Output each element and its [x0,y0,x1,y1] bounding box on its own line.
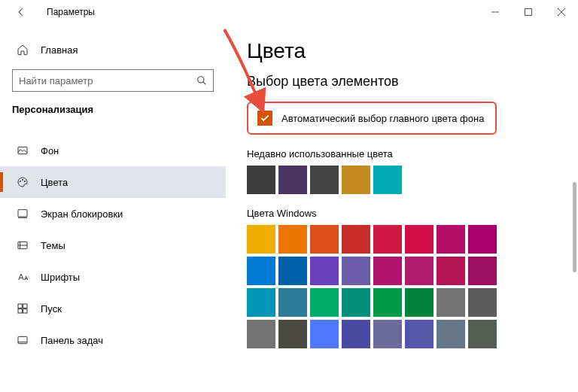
start-icon [17,302,29,315]
section-title: Выбор цвета элементов [247,74,563,90]
color-swatch[interactable] [405,257,434,285]
color-swatch[interactable] [247,225,275,254]
color-swatch[interactable] [373,166,402,194]
sidebar-item-background[interactable]: Фон [0,135,226,166]
auto-color-checkbox[interactable] [257,111,272,126]
search-input-wrap[interactable] [12,69,214,92]
svg-point-5 [24,181,25,181]
sidebar-item-label: Цвета [41,177,68,188]
color-swatch[interactable] [342,166,370,194]
close-icon [558,8,565,16]
color-swatch[interactable] [247,166,275,194]
color-swatch[interactable] [310,320,339,348]
back-button[interactable] [9,0,33,24]
sidebar-item-label: Экран блокировки [41,208,123,220]
scrollbar-thumb[interactable] [573,182,576,272]
search-icon [196,75,207,86]
content-area: Цвета Выбор цвета элементов Автоматическ… [226,24,578,392]
svg-point-3 [20,181,20,181]
color-swatch[interactable] [468,288,497,317]
sidebar-item-label: Пуск [41,303,62,315]
color-swatch[interactable] [405,225,434,254]
color-swatch[interactable] [310,166,339,194]
svg-rect-12 [18,336,27,343]
picture-icon [17,144,29,156]
titlebar: Параметры [0,0,578,24]
windows-colors-grid [247,225,563,348]
palette-icon [17,176,29,188]
sidebar-section-label: Персонализация [0,104,226,121]
color-swatch[interactable] [437,320,465,348]
svg-rect-10 [18,309,22,313]
color-swatch[interactable] [247,288,275,317]
sidebar-item-label: Фон [41,145,59,156]
color-swatch[interactable] [278,288,307,317]
windows-colors-label: Цвета Windows [247,208,563,219]
color-swatch[interactable] [310,225,339,254]
sidebar-item-start[interactable]: Пуск [0,293,226,324]
color-swatch[interactable] [373,320,402,348]
color-swatch[interactable] [278,225,307,254]
window-title: Параметры [47,7,95,17]
color-swatch[interactable] [278,320,307,348]
svg-rect-9 [23,304,27,308]
color-swatch[interactable] [373,257,402,285]
color-swatch[interactable] [342,225,370,254]
recent-colors-row [247,166,563,194]
arrow-left-icon [16,7,26,17]
svg-rect-11 [23,309,27,313]
color-swatch[interactable] [247,257,275,285]
svg-rect-8 [18,304,22,308]
auto-color-label: Автоматический выбор главного цвета фона [281,113,484,124]
sidebar-item-label: Шрифты [41,272,80,283]
sidebar: Главная Персонализация Фон Цвета [0,24,226,392]
color-swatch[interactable] [468,320,497,348]
color-swatch[interactable] [405,288,434,317]
sidebar-item-colors[interactable]: Цвета [0,166,226,198]
color-swatch[interactable] [373,288,402,317]
color-swatch[interactable] [437,225,465,254]
svg-point-1 [198,77,204,83]
sidebar-item-taskbar[interactable]: Панель задач [0,324,226,356]
maximize-icon [525,8,532,16]
taskbar-icon [17,334,29,346]
minimize-button[interactable] [479,0,512,24]
svg-rect-6 [18,210,27,217]
sidebar-item-label: Темы [41,240,65,251]
color-swatch[interactable] [278,257,307,285]
svg-rect-0 [525,9,532,16]
close-button[interactable] [545,0,578,24]
sidebar-item-label: Главная [41,44,78,56]
sidebar-item-label: Панель задач [41,335,103,346]
color-swatch[interactable] [342,288,370,317]
sidebar-item-fonts[interactable]: Шрифты [0,261,226,293]
color-swatch[interactable] [437,288,465,317]
minimize-icon [491,8,499,16]
page-title: Цвета [247,39,563,63]
color-swatch[interactable] [437,257,465,285]
svg-point-4 [22,179,23,180]
color-swatch[interactable] [247,320,275,348]
color-swatch[interactable] [468,225,497,254]
recent-colors-label: Недавно использованные цвета [247,148,563,160]
color-swatch[interactable] [405,320,434,348]
window-controls [479,0,578,24]
color-swatch[interactable] [373,225,402,254]
maximize-button[interactable] [512,0,545,24]
sidebar-item-lockscreen[interactable]: Экран блокировки [0,198,226,229]
color-swatch[interactable] [310,288,339,317]
home-icon [17,44,29,56]
sidebar-item-home[interactable]: Главная [0,38,226,62]
color-swatch[interactable] [310,257,339,285]
fonts-icon [17,271,29,283]
search-input[interactable] [19,75,196,87]
lock-screen-icon [17,208,29,220]
check-icon [260,113,270,123]
themes-icon [17,239,29,251]
color-swatch[interactable] [278,166,307,194]
color-swatch[interactable] [468,257,497,285]
sidebar-item-themes[interactable]: Темы [0,229,226,261]
color-swatch[interactable] [342,257,370,285]
color-swatch[interactable] [342,320,370,348]
auto-color-highlight: Автоматический выбор главного цвета фона [247,102,497,135]
